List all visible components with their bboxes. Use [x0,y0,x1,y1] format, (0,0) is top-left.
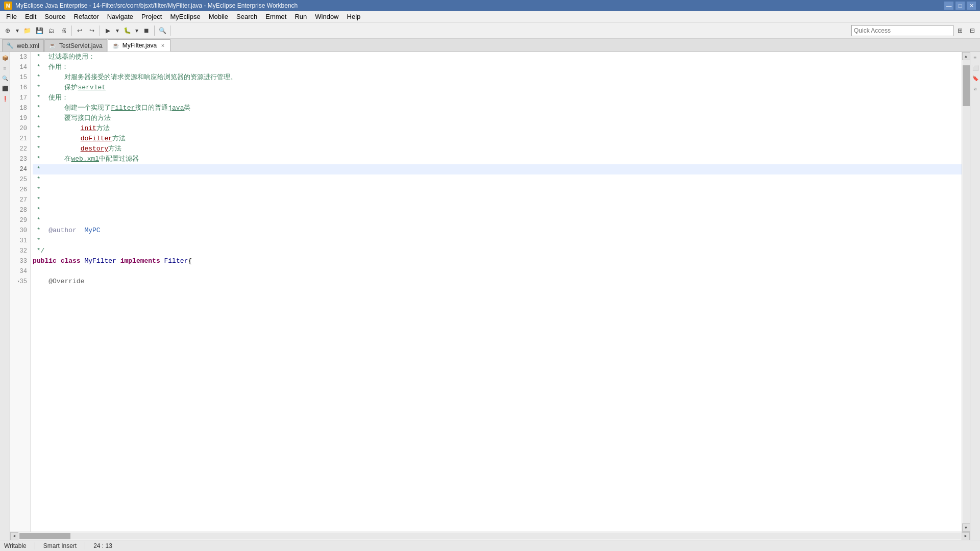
minimize-button[interactable]: — [944,2,953,10]
tasks-icon[interactable]: ☑ [971,85,979,93]
scroll-left-arrow[interactable]: ◄ [10,532,18,540]
view-menu-button[interactable]: ⊟ [967,25,978,36]
scroll-right-arrow[interactable]: ► [962,532,970,540]
code-line-20: * init方法 [33,123,962,134]
code-line-27: * [33,195,962,205]
editor-area[interactable]: 13 14 15 16 17 18 19 20 21 22 23 24 25 2… [10,52,970,532]
tab-test-servlet[interactable]: ☕ TestServlet.java [44,39,107,52]
code-area[interactable]: * 过滤器的使用： * 作用： * 对服务器接受的请求资源和响应给浏览器的资源进… [31,52,962,532]
scroll-up-arrow[interactable]: ▲ [962,52,970,60]
menu-edit[interactable]: Edit [21,12,40,21]
bookmark-icon[interactable]: 🔖 [971,74,979,83]
line-number: 22 [10,144,30,154]
menu-mobile[interactable]: Mobile [205,12,232,21]
title-bar: M MyEclipse Java Enterprise - 14-Filter/… [0,0,980,11]
line-number: 17 [10,93,30,103]
line-number: 15 [10,72,30,83]
debug-dropdown[interactable]: ▾ [134,25,140,36]
outline-icon[interactable]: ≡ [971,54,979,62]
menu-emmet[interactable]: Emmet [261,12,290,21]
sidebar-search-icon[interactable]: 🔍 [1,74,9,83]
line-number: 13 [10,52,30,62]
open-button[interactable]: 📁 [21,25,33,36]
menu-help[interactable]: Help [343,12,365,21]
editor-container: 13 14 15 16 17 18 19 20 21 22 23 24 25 2… [10,52,970,540]
stop-button[interactable]: ⏹ [141,25,152,36]
horizontal-scrollbar[interactable]: ◄ ► [10,532,970,540]
menu-search[interactable]: Search [232,12,261,21]
save-button[interactable]: 💾 [34,25,45,36]
menu-myeclipse[interactable]: MyEclipse [166,12,204,21]
code-line-19: * 覆写接口的方法 [33,113,962,123]
quick-access-box[interactable] [851,25,953,36]
code-line-31: * [33,236,962,246]
tab-my-filter-label: MyFilter.java [122,42,157,49]
maximize-button[interactable]: □ [955,2,965,10]
debug-button[interactable]: 🐛 [121,25,133,36]
menu-navigate[interactable]: Navigate [103,12,137,21]
code-line-22: * destory方法 [33,144,962,154]
close-button[interactable]: ✕ [967,2,976,10]
line-number: 26 [10,185,30,195]
code-line-17: * 使用： [33,93,962,103]
app-icon: M [4,2,12,10]
right-sidebar: ≡ ⬜ 🔖 ☑ [970,52,980,540]
menu-source[interactable]: Source [40,12,69,21]
sidebar-error-icon[interactable]: ❗ [1,95,9,103]
window-controls: — □ ✕ [944,2,976,10]
status-position: 24 : 13 [93,542,112,549]
line-number: 34 [10,266,30,277]
menu-run[interactable]: Run [290,12,311,21]
code-line-34 [33,266,962,277]
sidebar-outline-icon[interactable]: ≡ [1,64,9,72]
code-line-26: * [33,185,962,195]
line-number: 24 [10,164,30,174]
vertical-scrollbar[interactable]: ▲ ▼ [962,52,970,532]
undo-button[interactable]: ↩ [74,25,85,36]
sidebar-console-icon[interactable]: ⬛ [1,85,9,93]
minimap-icon[interactable]: ⬜ [971,64,979,72]
menu-bar: File Edit Source Refactor Navigate Proje… [0,11,980,22]
line-number: 19 [10,113,30,123]
code-line-14: * 作用： [33,62,962,72]
menu-file[interactable]: File [2,12,21,21]
line-number: 27 [10,195,30,205]
menu-window[interactable]: Window [311,12,342,21]
status-writable: Writable [4,542,27,549]
tab-my-filter-close[interactable]: × [160,42,166,48]
scroll-track[interactable] [963,60,970,523]
line-number: 33 [10,256,30,266]
run-button[interactable]: ▶ [102,25,113,36]
hscroll-thumb[interactable] [19,533,70,539]
scroll-thumb[interactable] [963,65,970,106]
quick-access-input[interactable] [854,27,951,34]
new-button[interactable]: ⊕ [2,25,13,36]
perspective-button[interactable]: ⊞ [954,25,966,36]
search-button[interactable]: 🔍 [157,25,168,36]
scroll-down-arrow[interactable]: ▼ [962,523,970,532]
code-line-35: @Override [33,277,962,287]
hscroll-track[interactable] [19,533,961,539]
print-button[interactable]: 🖨 [58,25,69,36]
menu-project[interactable]: Project [137,12,166,21]
sidebar-project-icon[interactable]: 📦 [1,54,9,62]
tab-my-filter[interactable]: ☕ MyFilter.java × [108,39,170,52]
tab-test-servlet-icon: ☕ [49,42,56,49]
tab-web-xml[interactable]: 🔧 web.xml [2,39,44,52]
code-line-28: * [33,205,962,215]
menu-refactor[interactable]: Refactor [70,12,103,21]
code-line-15: * 对服务器接受的请求资源和响应给浏览器的资源进行管理。 [33,72,962,83]
line-number: 29 [10,215,30,226]
status-insert-mode: Smart Insert [43,542,77,549]
redo-button[interactable]: ↪ [86,25,97,36]
toolbar: ⊕ ▾ 📁 💾 🗂 🖨 ↩ ↪ ▶ ▾ 🐛 ▾ ⏹ 🔍 ⊞ ⊟ [0,22,980,39]
save-all-button[interactable]: 🗂 [46,25,57,36]
tab-web-xml-icon: 🔧 [7,42,14,49]
status-separator-2 [85,542,85,549]
line-number: 21 [10,134,30,144]
new-dropdown[interactable]: ▾ [14,25,20,36]
editor-wrapper: 🔧 web.xml ☕ TestServlet.java ☕ MyFilter.… [0,39,980,540]
run-dropdown[interactable]: ▾ [114,25,120,36]
line-number: 16 [10,83,30,93]
line-number: 18 [10,103,30,113]
